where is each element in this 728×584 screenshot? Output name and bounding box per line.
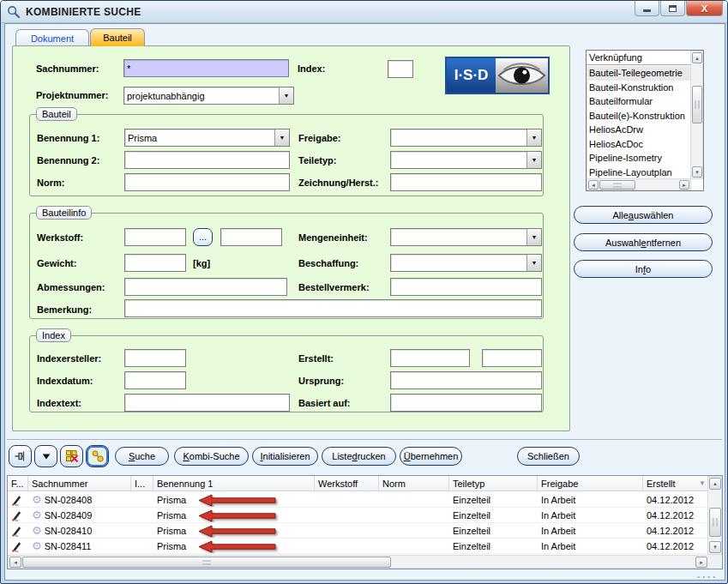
scroll-up-icon[interactable]: ▲ <box>692 52 702 63</box>
chevron-down-icon[interactable]: ▼ <box>526 129 541 146</box>
scroll-up-icon[interactable]: ▲ <box>709 478 721 490</box>
close-button[interactable]: X <box>686 1 723 16</box>
kombi-suche-button[interactable]: Kombi-Suche <box>174 447 249 466</box>
scroll-right-icon[interactable]: ► <box>695 557 707 568</box>
sachnummer-input[interactable] <box>123 59 289 77</box>
scroll-down-icon[interactable]: ▼ <box>709 541 721 553</box>
indexersteller-input[interactable] <box>124 349 186 367</box>
column-header[interactable]: Freigabe <box>538 476 643 491</box>
list-item[interactable]: Bauteil-Teilegeometrie <box>587 66 690 81</box>
scroll-down-icon[interactable]: ▼ <box>692 166 702 178</box>
column-header[interactable]: Erstellt▼ <box>643 476 709 491</box>
benennung1-combobox[interactable]: Prisma ▼ <box>124 129 290 147</box>
freigabe-combobox[interactable]: ▼ <box>390 129 542 147</box>
list-item[interactable]: Bauteil-Konstruktion <box>587 81 690 95</box>
pencil-status-icon <box>11 509 22 521</box>
chevron-down-icon[interactable]: ▼ <box>526 229 541 245</box>
tab-bauteil[interactable]: Bauteil <box>90 28 145 46</box>
verknuepfung-listbox[interactable]: Verknüpfung Bauteil-Teilegeometrie Baute… <box>586 50 704 191</box>
table-row[interactable]: ⚙SN-028409 Prisma Einzelteil In Arbeit 0… <box>8 508 709 523</box>
scroll-thumb[interactable] <box>709 508 721 537</box>
table-row[interactable]: ⚙SN-028408 Prisma Einzelteil In Arbeit 0… <box>8 492 709 508</box>
resize-grip[interactable]: ···· <box>697 571 718 583</box>
column-header[interactable]: Teiletyp <box>449 476 538 491</box>
title-bar[interactable]: KOMBINIERTE SUCHE X <box>1 1 727 23</box>
suche-button[interactable]: Suche <box>115 447 169 466</box>
alle-auswaehlen-button[interactable]: Alle auswählen <box>574 206 713 224</box>
column-header[interactable]: F... <box>8 476 28 491</box>
list-item[interactable]: HeliosAcDoc <box>587 137 690 152</box>
column-header[interactable]: Sachnummer <box>28 476 131 491</box>
cell-freigabe: In Arbeit <box>541 495 575 505</box>
scroll-left-icon[interactable]: ◄ <box>9 557 21 568</box>
scroll-thumb[interactable] <box>692 86 702 123</box>
auswahl-entfernen-button[interactable]: Auswahl entfernen <box>574 233 713 251</box>
sachnummer-label: Sachnummer: <box>36 63 99 74</box>
scroll-right-icon[interactable]: ► <box>679 180 689 190</box>
minimize-button[interactable] <box>635 1 659 16</box>
list-item[interactable]: HeliosAcDrw <box>587 123 690 137</box>
column-header[interactable]: Benennung 1 <box>153 476 315 491</box>
delete-list-button[interactable] <box>60 445 83 467</box>
bauteil-group: Bauteil Benennung 1: Prisma ▼ Freigabe: … <box>29 114 544 196</box>
chevron-down-icon[interactable]: ▼ <box>526 255 541 271</box>
uebernehmen-button[interactable]: Übernehmen <box>400 447 462 466</box>
sort-descending-icon[interactable]: ▼ <box>699 479 706 487</box>
list-horizontal-scrollbar[interactable]: ◄ ► <box>587 178 691 190</box>
maximize-button[interactable] <box>660 1 685 16</box>
info-button[interactable]: Info <box>574 260 713 278</box>
indextext-input[interactable] <box>124 394 290 412</box>
liste-drucken-button[interactable]: Liste drucken <box>322 447 396 466</box>
indexdatum-input[interactable] <box>124 371 186 389</box>
benennung1-value: Prisma <box>125 133 274 143</box>
erstellt-input[interactable] <box>390 349 470 367</box>
schliessen-button[interactable]: Schließen <box>517 447 580 466</box>
list-vertical-scrollbar[interactable]: ▲ ▼ <box>690 51 703 179</box>
werkstoff-browse-button[interactable]: ... <box>193 228 213 246</box>
basiert-auf-input[interactable] <box>390 394 542 412</box>
bestellvermerk-input[interactable] <box>390 278 542 296</box>
column-header[interactable]: Norm <box>379 476 449 491</box>
tab-dokument[interactable]: Dokument <box>15 29 89 46</box>
column-header[interactable]: I... <box>131 476 153 491</box>
projektnummer-combobox[interactable]: projektunabhängig ▼ <box>123 87 294 105</box>
werkstoff-input[interactable] <box>124 228 186 246</box>
bemerkung-input[interactable] <box>124 299 542 317</box>
norm-input[interactable] <box>124 173 290 191</box>
dropdown-menu-button[interactable] <box>34 445 57 467</box>
zeichnung-herst-input[interactable] <box>390 173 542 191</box>
ursprung-input[interactable] <box>390 371 542 389</box>
teiletyp-combobox[interactable]: ▼ <box>390 151 542 169</box>
table-vertical-scrollbar[interactable]: ▲ ▼ <box>707 476 722 555</box>
cell-sachnummer: SN-028411 <box>45 541 92 551</box>
scroll-thumb[interactable] <box>22 557 391 568</box>
werkstoff-input-2[interactable] <box>220 228 282 246</box>
scroll-thumb[interactable] <box>599 180 635 190</box>
mengeneinheit-label: Mengeneinheit: <box>298 232 368 243</box>
list-item[interactable]: Pipeline-Layoutplan <box>587 166 690 180</box>
list-item[interactable]: Bauteilformular <box>587 94 690 109</box>
gewicht-input[interactable] <box>124 254 186 272</box>
abmessungen-input[interactable] <box>124 278 287 296</box>
chevron-down-icon[interactable]: ▼ <box>274 129 289 146</box>
beschaffung-combobox[interactable]: ▼ <box>390 254 542 272</box>
list-item[interactable]: Bauteil(e)-Konstruktion <box>587 109 690 123</box>
column-header[interactable]: Werkstoff <box>315 476 379 491</box>
pin-icon <box>14 449 27 463</box>
link-parts-icon <box>91 449 105 463</box>
mengeneinheit-combobox[interactable]: ▼ <box>390 228 542 246</box>
index-input[interactable] <box>388 60 413 78</box>
benennung2-input[interactable] <box>124 151 290 169</box>
list-item[interactable]: Pipeline-Isometry <box>587 151 690 166</box>
table-row[interactable]: ⚙SN-028411 Prisma Einzelteil In Arbeit 0… <box>8 539 709 554</box>
chevron-down-icon[interactable]: ▼ <box>279 87 293 104</box>
table-horizontal-scrollbar[interactable]: ◄ ► <box>8 555 709 569</box>
link-parts-button[interactable] <box>86 445 109 467</box>
scroll-left-icon[interactable]: ◄ <box>588 180 599 190</box>
pin-button[interactable] <box>9 445 32 467</box>
table-row[interactable]: ⚙SN-028410 Prisma Einzelteil In Arbeit 0… <box>8 523 709 539</box>
erstellt-input-2[interactable] <box>482 349 542 367</box>
results-table[interactable]: F... Sachnummer I... Benennung 1 Werksto… <box>7 475 723 569</box>
chevron-down-icon[interactable]: ▼ <box>526 152 541 168</box>
initialisieren-button[interactable]: Initialisieren <box>252 447 318 466</box>
